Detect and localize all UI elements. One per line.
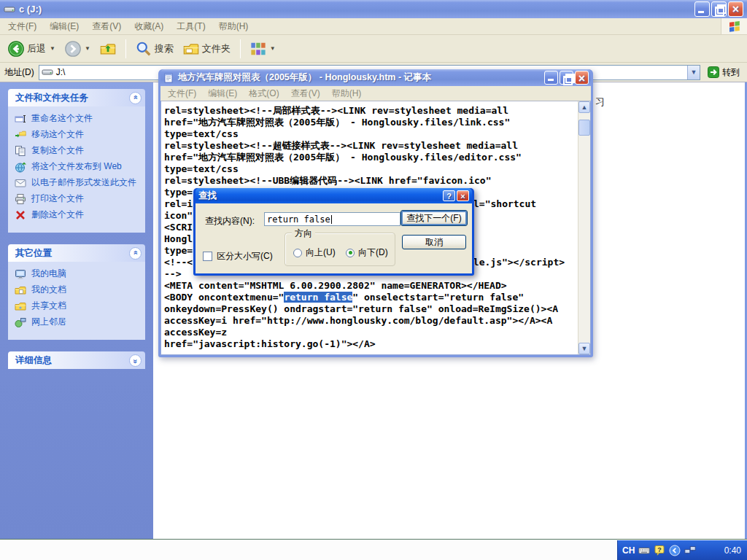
toolbar-button-label: 搜索 [155, 42, 174, 55]
print-icon [15, 193, 26, 205]
shared-documents-icon [15, 300, 26, 312]
task-link-label: 打印这个文件 [31, 193, 84, 204]
clock[interactable]: 0:40 [724, 545, 741, 556]
task-link[interactable]: 以电子邮件形式发送此文件 [15, 177, 142, 189]
chevron-down-icon[interactable]: ▼ [270, 45, 276, 52]
svg-text:?: ? [658, 545, 662, 553]
task-link-label: 我的电脑 [31, 268, 66, 279]
views-icon [250, 41, 266, 57]
task-link[interactable]: 重命名这个文件 [15, 113, 142, 125]
search-button[interactable]: 搜索 [132, 38, 177, 60]
find-input[interactable]: return false [264, 212, 400, 226]
taskbar[interactable]: CH ? 0:40 [0, 539, 747, 560]
explorer-titlebar[interactable]: c (J:) [0, 0, 747, 18]
notepad-minimize-button[interactable] [544, 71, 558, 85]
task-link[interactable]: 共享文档 [15, 300, 142, 312]
radio-icon [293, 249, 302, 257]
ime-indicator[interactable]: CH [622, 545, 635, 556]
notepad-line: type=text/css [161, 163, 578, 175]
close-icon[interactable]: × [457, 190, 469, 201]
task-link[interactable]: 将这个文件发布到 Web [15, 161, 142, 173]
help-icon[interactable]: ? [443, 190, 455, 201]
radio-icon [346, 249, 355, 257]
back-button[interactable]: 后退▼ [4, 38, 59, 60]
chevron-up-icon[interactable]: » [129, 92, 142, 104]
notepad-close-button[interactable] [575, 71, 589, 85]
email-icon [15, 177, 26, 189]
notepad-line: href="地方汽车牌照对照表（2005年版） - Honglousky.fil… [161, 117, 578, 128]
cancel-button[interactable]: 取消 [402, 235, 466, 249]
minimize-button[interactable] [694, 1, 710, 17]
find-next-button[interactable]: 查找下一个(F) [400, 210, 468, 226]
find-dialog-body: 查找内容(N): return false 查找下一个(F) 取消 方向 向上(… [196, 203, 472, 273]
task-link[interactable]: 我的电脑 [15, 268, 142, 280]
task-link-label: 共享文档 [31, 300, 66, 311]
explorer-menu-item[interactable]: 文件(F) [1, 18, 43, 35]
help-bubble-icon[interactable]: ? [654, 545, 665, 556]
publish-web-icon [15, 161, 26, 173]
explorer-menubar: 文件(F)编辑(E)查看(V)收藏(A)工具(T)帮助(H) [0, 18, 747, 35]
chevron-up-icon[interactable]: » [129, 247, 142, 260]
explorer-menu-item[interactable]: 收藏(A) [128, 18, 170, 35]
go-icon [708, 66, 719, 78]
section-body: 重命名这个文件移动这个文件复制这个文件将这个文件发布到 Web以电子邮件形式发送… [8, 106, 145, 233]
direction-up-radio[interactable]: 向上(U) [293, 246, 336, 259]
notepad-maximize-button[interactable] [560, 71, 573, 85]
task-link[interactable]: 打印这个文件 [15, 193, 142, 205]
section-header[interactable]: 详细信息» [8, 351, 145, 369]
notepad-menu-item[interactable]: 文件(F) [162, 86, 202, 101]
task-pane: 文件和文件夹任务»重命名这个文件移动这个文件复制这个文件将这个文件发布到 Web… [0, 82, 153, 539]
scroll-up-icon[interactable]: ▲ [578, 101, 590, 113]
address-dropdown-button[interactable]: ▼ [687, 66, 700, 79]
chevron-down-icon[interactable]: ▼ [85, 45, 90, 52]
explorer-toolbar: 后退▼▼搜索文件夹▼ [0, 35, 747, 63]
explorer-menu-item[interactable]: 查看(V) [85, 18, 128, 35]
network-tray-icon[interactable] [684, 545, 696, 556]
task-pane-section: 其它位置»我的电脑我的文档共享文档网上邻居 [8, 244, 145, 340]
folders-icon [183, 41, 199, 57]
search-icon [136, 41, 152, 57]
notepad-menu-item[interactable]: 帮助(H) [326, 86, 368, 101]
notepad-menu-item[interactable]: 查看(V) [285, 86, 326, 101]
section-header[interactable]: 文件和文件夹任务» [8, 89, 145, 106]
task-link[interactable]: 删除这个文件 [15, 209, 142, 221]
explorer-menu-item[interactable]: 工具(T) [170, 18, 212, 35]
notepad-menu-item[interactable]: 格式(O) [243, 86, 285, 101]
explorer-menu-item[interactable]: 编辑(E) [43, 18, 85, 35]
notepad-titlebar[interactable]: 地方汽车牌照对照表（2005年版） - Honglousky.htm - 记事本 [160, 69, 591, 86]
views-button[interactable]: ▼ [247, 38, 279, 60]
chevron-down-icon[interactable]: ▼ [50, 45, 55, 52]
forward-button[interactable]: ▼ [61, 38, 94, 60]
notepad-vscrollbar[interactable]: ▲ ▼ [578, 101, 590, 354]
explorer-menu-item[interactable]: 帮助(H) [212, 18, 255, 35]
task-link[interactable]: 我的文档 [15, 284, 142, 296]
back-icon [8, 41, 24, 57]
direction-groupbox: 方向 向上(U) 向下(D) [285, 233, 395, 266]
restore-button[interactable] [711, 1, 727, 17]
go-button[interactable]: 转到 [705, 66, 743, 79]
task-link[interactable]: 网上邻居 [15, 316, 142, 328]
up-folder-button[interactable] [96, 38, 120, 60]
notepad-line: <BODY oncontextmenu="return false" onsel… [161, 292, 578, 303]
close-button[interactable] [728, 1, 743, 17]
up-folder-icon [100, 41, 116, 57]
scroll-down-icon[interactable]: ▼ [578, 343, 590, 354]
direction-label: 方向 [292, 228, 315, 240]
collapse-chevron-icon[interactable] [669, 545, 681, 556]
folders-button[interactable]: 文件夹 [179, 38, 234, 60]
checkbox-icon [203, 252, 212, 261]
keyboard-icon[interactable] [638, 545, 650, 556]
direction-down-radio[interactable]: 向下(D) [346, 246, 388, 259]
forward-icon [65, 41, 81, 57]
task-link[interactable]: 复制这个文件 [15, 145, 142, 157]
find-dialog-titlebar[interactable]: 查找 ? × [196, 188, 472, 203]
chevron-down-icon[interactable]: » [129, 354, 142, 367]
notepad-line: accessKey=z [161, 327, 578, 338]
section-header[interactable]: 其它位置» [8, 244, 145, 262]
notepad-menu-item[interactable]: 编辑(E) [202, 86, 243, 101]
task-link[interactable]: 移动这个文件 [15, 129, 142, 141]
match-case-checkbox[interactable]: 区分大小写(C) [203, 250, 273, 262]
notepad-line: rel=stylesheet><!--局部样式表--><LINK rev=sty… [161, 105, 578, 117]
notepad-menubar: 文件(F)编辑(E)格式(O)查看(V)帮助(H) [160, 86, 591, 101]
scrollbar-thumb[interactable] [578, 120, 590, 136]
